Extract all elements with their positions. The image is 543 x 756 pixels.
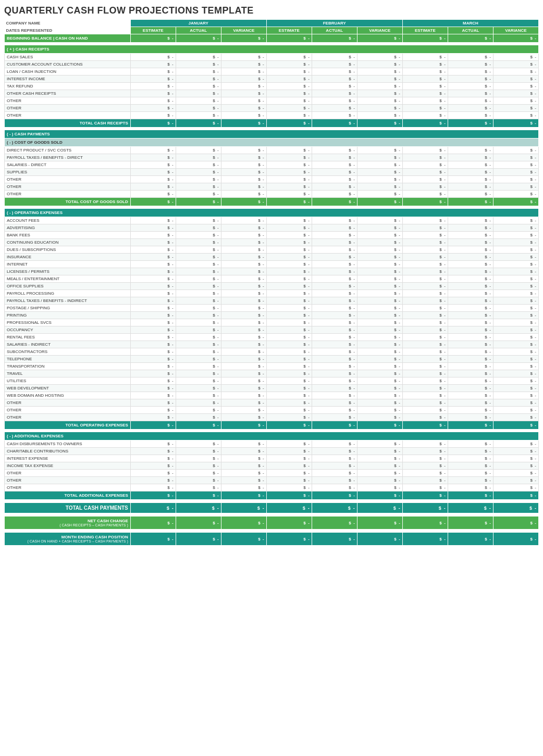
- table-row: OTHER $ -$ -$ - $ -$ -$ - $ -$ -$ -: [5, 191, 539, 198]
- table-row: OTHER CASH RECEIPTS $ -$ -$ - $ -$ -$ - …: [5, 90, 539, 97]
- table-row: CONTINUING EDUCATION$ -$ -$ -$ -$ -$ -$ …: [5, 239, 539, 246]
- bb-mar-act[interactable]: $ -: [448, 34, 493, 43]
- table-row: WEB DOMAIN AND HOSTING$ -$ -$ -$ -$ -$ -…: [5, 392, 539, 399]
- income-tax-expense-label: INCOME TAX EXPENSE: [5, 462, 131, 470]
- table-row: OTHER$ -$ -$ -$ -$ -$ -$ -$ -$ -: [5, 470, 539, 477]
- march-header: MARCH: [402, 20, 538, 27]
- salaries-direct-label: SALARIES - DIRECT: [5, 161, 131, 169]
- cash-receipts-header: ( + ) CASH RECEIPTS: [5, 45, 539, 54]
- table-row: OTHER $ -$ -$ - $ -$ -$ - $ -$ -$ -: [5, 105, 539, 112]
- travel-label: TRAVEL: [5, 370, 131, 377]
- month-ending-label: MONTH ENDING CASH POSITION: [7, 535, 128, 539]
- table-row: PRINTING$ -$ -$ -$ -$ -$ -$ -$ -$ -: [5, 312, 539, 319]
- other-op3-label: OTHER: [5, 414, 131, 421]
- table-row: INTEREST EXPENSE$ -$ -$ -$ -$ -$ -$ -$ -…: [5, 455, 539, 462]
- other3-label: OTHER: [5, 112, 131, 119]
- subcontractors-label: SUBCONTRACTORS: [5, 348, 131, 356]
- net-cash-change-sublabel: ( CASH RECEIPTS – CASH PAYMENTS ): [7, 523, 128, 527]
- february-header: FEBRUARY: [266, 20, 402, 27]
- tax-refund-label: TAX REFUND: [5, 83, 131, 90]
- rental-fees-label: RENTAL FEES: [5, 334, 131, 341]
- table-row: TAX REFUND $ -$ -$ - $ -$ -$ - $ -$ -$ -: [5, 83, 539, 90]
- other-op2-label: OTHER: [5, 407, 131, 414]
- table-row: OTHER$ -$ -$ -$ -$ -$ -$ -$ -$ -: [5, 414, 539, 421]
- table-row: MEALS / ENTERTAINMENT$ -$ -$ -$ -$ -$ -$…: [5, 275, 539, 283]
- payroll-taxes-direct-label: PAYROLL TAXES / BENEFITS - DIRECT: [5, 154, 131, 161]
- customer-collections-label: CUSTOMER ACCOUNT COLLECTIONS: [5, 61, 131, 68]
- account-fees-label: ACCOUNT FEES: [5, 217, 131, 224]
- table-row: OTHER $ -$ -$ - $ -$ -$ - $ -$ -$ -: [5, 176, 539, 183]
- jan-estimate-header: ESTIMATE: [130, 27, 176, 34]
- payroll-processing-label: PAYROLL PROCESSING: [5, 290, 131, 297]
- table-row: INTERNET$ -$ -$ -$ -$ -$ -$ -$ -$ -: [5, 261, 539, 268]
- table-row: POSTAGE / SHIPPING$ -$ -$ -$ -$ -$ -$ -$…: [5, 305, 539, 312]
- table-row: RENTAL FEES$ -$ -$ -$ -$ -$ -$ -$ -$ -: [5, 334, 539, 341]
- table-row: OTHER$ -$ -$ -$ -$ -$ -$ -$ -$ -: [5, 399, 539, 407]
- cash-payments-header: ( - ) CASH PAYMENTS: [5, 130, 539, 138]
- continuing-ed-label: CONTINUING EDUCATION: [5, 239, 131, 246]
- bb-feb-est[interactable]: $ -: [266, 34, 312, 43]
- other-op1-label: OTHER: [5, 399, 131, 407]
- utilities-label: UTILITIES: [5, 377, 131, 385]
- payroll-taxes-indirect-label: PAYROLL TAXES / BENEFITS - INDIRECT: [5, 297, 131, 305]
- other-cogs1-label: OTHER: [5, 176, 131, 183]
- web-development-label: WEB DEVELOPMENT: [5, 385, 131, 392]
- table-row: UTILITIES$ -$ -$ -$ -$ -$ -$ -$ -$ -: [5, 377, 539, 385]
- table-row: OTHER$ -$ -$ -$ -$ -$ -$ -$ -$ -: [5, 477, 539, 484]
- table-row: PAYROLL TAXES / BENEFITS - INDIRECT$ -$ …: [5, 297, 539, 305]
- month-ending-cell: MONTH ENDING CASH POSITION ( CASH ON HAN…: [5, 533, 131, 546]
- month-ending-sublabel: ( CASH ON HAND + CASH RECEIPTS – CASH PA…: [7, 539, 128, 543]
- company-name-label: COMPANY NAME: [5, 20, 131, 27]
- table-row: SUBCONTRACTORS$ -$ -$ -$ -$ -$ -$ -$ -$ …: [5, 348, 539, 356]
- bb-jan-est[interactable]: $ -: [130, 34, 176, 43]
- other2-label: OTHER: [5, 105, 131, 112]
- bb-mar-est[interactable]: $ -: [402, 34, 448, 43]
- total-cash-receipts-label: TOTAL CASH RECEIPTS: [5, 119, 131, 128]
- table-row: BANK FEES$ -$ -$ -$ -$ -$ -$ -$ -$ -: [5, 232, 539, 239]
- loan-injection-label: LOAN / CASH INJECTION: [5, 68, 131, 75]
- direct-product-label: DIRECT PRODUCT / SVC COSTS: [5, 147, 131, 154]
- table-row: OTHER $ -$ -$ - $ -$ -$ - $ -$ -$ -: [5, 112, 539, 119]
- other-add3-label: OTHER: [5, 484, 131, 492]
- total-additional-expenses-label: TOTAL ADDITIONAL EXPENSES: [5, 492, 131, 500]
- table-row: DIRECT PRODUCT / SVC COSTS $ -$ -$ - $ -…: [5, 147, 539, 154]
- table-row: INTEREST INCOME $ -$ -$ - $ -$ -$ - $ -$…: [5, 75, 539, 83]
- bb-feb-act[interactable]: $ -: [312, 34, 357, 43]
- table-row: OTHER $ -$ -$ - $ -$ -$ - $ -$ -$ -: [5, 183, 539, 191]
- table-row: TRAVEL$ -$ -$ -$ -$ -$ -$ -$ -$ -: [5, 370, 539, 377]
- table-row: OFFICE SUPPLIES$ -$ -$ -$ -$ -$ -$ -$ -$…: [5, 283, 539, 290]
- net-cash-change-label: NET CASH CHANGE: [7, 519, 128, 523]
- table-row: TELEPHONE$ -$ -$ -$ -$ -$ -$ -$ -$ -: [5, 356, 539, 363]
- feb-actual-header: ACTUAL: [312, 27, 357, 34]
- insurance-label: INSURANCE: [5, 254, 131, 261]
- cash-disbursements-label: CASH DISBURSEMENTS TO OWNERS: [5, 440, 131, 448]
- jan-variance-header: VARIANCE: [221, 27, 266, 34]
- table-row: LOAN / CASH INJECTION $ -$ -$ - $ -$ -$ …: [5, 68, 539, 75]
- bank-fees-label: BANK FEES: [5, 232, 131, 239]
- table-row: LICENSES / PERMITS$ -$ -$ -$ -$ -$ -$ -$…: [5, 268, 539, 275]
- cost-of-goods-header: ( - ) COST OF GOODS SOLD: [5, 138, 539, 147]
- telephone-label: TELEPHONE: [5, 356, 131, 363]
- bb-jan-act[interactable]: $ -: [176, 34, 221, 43]
- occupancy-label: OCCUPANCY: [5, 326, 131, 334]
- cash-sales-label: CASH SALES: [5, 54, 131, 61]
- table-row: PAYROLL PROCESSING$ -$ -$ -$ -$ -$ -$ -$…: [5, 290, 539, 297]
- bb-mar-var[interactable]: $ -: [493, 34, 538, 43]
- postage-shipping-label: POSTAGE / SHIPPING: [5, 305, 131, 312]
- meals-entertainment-label: MEALS / ENTERTAINMENT: [5, 275, 131, 283]
- table-row: PROFESSIONAL SVCS$ -$ -$ -$ -$ -$ -$ -$ …: [5, 319, 539, 326]
- table-row: CHARITABLE CONTRIBUTIONS$ -$ -$ -$ -$ -$…: [5, 448, 539, 455]
- other-cogs3-label: OTHER: [5, 191, 131, 198]
- salaries-indirect-label: SALARIES - INDIRECT: [5, 341, 131, 348]
- printing-label: PRINTING: [5, 312, 131, 319]
- jan-actual-header: ACTUAL: [176, 27, 221, 34]
- dues-subscriptions-label: DUES / SUBSCRIPTIONS: [5, 246, 131, 254]
- interest-income-label: INTEREST INCOME: [5, 75, 131, 83]
- january-header: JANUARY: [130, 20, 266, 27]
- bb-feb-var[interactable]: $ -: [357, 34, 402, 43]
- mar-estimate-header: ESTIMATE: [402, 27, 448, 34]
- beginning-balance-label: BEGINNING BALANCE | CASH ON HAND: [5, 34, 131, 43]
- bb-jan-var[interactable]: $ -: [221, 34, 266, 43]
- table-row: TRANSPORTATION$ -$ -$ -$ -$ -$ -$ -$ -$ …: [5, 363, 539, 370]
- page-title: QUARTERLY CASH FLOW PROJECTIONS TEMPLATE: [4, 5, 539, 16]
